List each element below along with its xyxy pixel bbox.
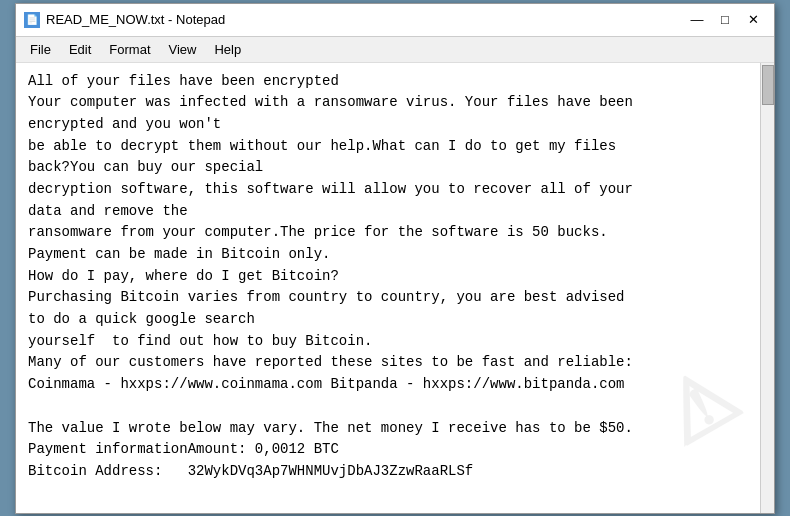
notepad-icon: 📄	[24, 12, 40, 28]
window-controls: — □ ✕	[684, 10, 766, 30]
title-bar-left: 📄 READ_ME_NOW.txt - Notepad	[24, 12, 225, 28]
menu-format[interactable]: Format	[101, 39, 158, 60]
notepad-window: 📄 READ_ME_NOW.txt - Notepad — □ ✕ File E…	[15, 3, 775, 514]
scrollbar[interactable]	[760, 63, 774, 513]
menu-edit[interactable]: Edit	[61, 39, 99, 60]
minimize-button[interactable]: —	[684, 10, 710, 30]
menu-bar: File Edit Format View Help	[16, 37, 774, 63]
notepad-content: All of your files have been encrypted Yo…	[28, 71, 762, 483]
menu-help[interactable]: Help	[206, 39, 249, 60]
text-content-area[interactable]: All of your files have been encrypted Yo…	[16, 63, 774, 513]
menu-view[interactable]: View	[161, 39, 205, 60]
menu-file[interactable]: File	[22, 39, 59, 60]
close-button[interactable]: ✕	[740, 10, 766, 30]
title-bar: 📄 READ_ME_NOW.txt - Notepad — □ ✕	[16, 4, 774, 37]
maximize-button[interactable]: □	[712, 10, 738, 30]
window-title: READ_ME_NOW.txt - Notepad	[46, 12, 225, 27]
scrollbar-thumb[interactable]	[762, 65, 774, 105]
